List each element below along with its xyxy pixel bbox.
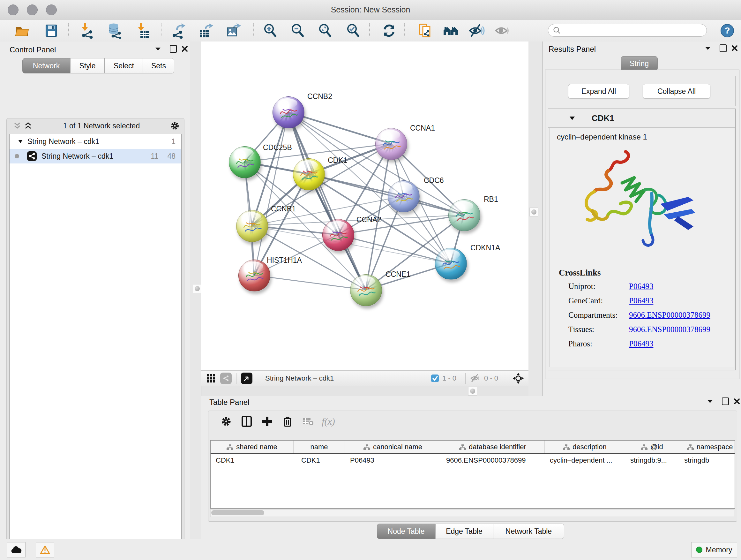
hidden-eye-icon bbox=[470, 374, 481, 383]
gear-icon bbox=[170, 121, 180, 131]
graph-node-CDKN1A[interactable] bbox=[435, 248, 467, 280]
zoom-out-button[interactable] bbox=[289, 22, 307, 40]
table-horizontal-scrollbar[interactable] bbox=[210, 509, 734, 517]
crosslink-compartments-link[interactable]: 9606.ENSP00000378699 bbox=[629, 311, 711, 320]
search-input[interactable] bbox=[563, 26, 699, 35]
selected-count: 1 - 0 bbox=[442, 374, 456, 382]
collapse-all-button[interactable]: Collapse All bbox=[643, 84, 711, 99]
table-tab-network-table[interactable]: Network Table bbox=[493, 523, 564, 539]
control-panel-menu-button[interactable] bbox=[152, 44, 163, 54]
expand-all-networks-button[interactable] bbox=[23, 120, 33, 131]
show-all-button[interactable] bbox=[494, 22, 511, 40]
export-network-button[interactable] bbox=[170, 22, 187, 40]
create-column-button[interactable] bbox=[257, 413, 277, 430]
network-view-type-button[interactable] bbox=[220, 373, 232, 384]
data-type-icon bbox=[563, 444, 569, 450]
section-collapse-icon[interactable] bbox=[569, 116, 575, 120]
tab-select[interactable]: Select bbox=[105, 58, 143, 73]
cloud-status-button[interactable] bbox=[7, 542, 25, 557]
graph-edge-CCNB2-HIST1H1A[interactable] bbox=[254, 112, 288, 275]
table-panel-float-button[interactable] bbox=[720, 396, 731, 407]
column-header-shared-name[interactable]: shared name bbox=[211, 441, 293, 453]
graph-node-CDC25B[interactable] bbox=[229, 146, 261, 178]
protein-description: cyclin–dependent kinase 1 bbox=[550, 128, 734, 141]
grid-view-button[interactable] bbox=[205, 373, 216, 384]
table-tab-edge-table[interactable]: Edge Table bbox=[435, 523, 493, 539]
refresh-button[interactable] bbox=[381, 22, 398, 40]
delete-table-button[interactable] bbox=[298, 413, 318, 430]
table-options-button[interactable] bbox=[216, 413, 237, 430]
graph-node-RB1[interactable] bbox=[448, 199, 480, 231]
network-view-toolbar: String Network – cdk1 1 - 0 0 - 0 bbox=[201, 370, 529, 386]
crosslink-tissues-link[interactable]: 9606.ENSP00000378699 bbox=[629, 325, 711, 334]
network-canvas[interactable]: CCNB2 CCNA1 CDC25B CDK1 CDC6 RB1 CCNB1 C… bbox=[201, 42, 529, 370]
graph-node-CCNA1[interactable] bbox=[375, 128, 407, 160]
table-cell: CDK1 bbox=[293, 454, 345, 467]
results-panel-close-button[interactable] bbox=[729, 43, 740, 54]
birdseye-view-button[interactable] bbox=[442, 22, 460, 40]
save-session-button[interactable] bbox=[43, 22, 60, 40]
network-row[interactable]: String Network – cdk1 11 48 bbox=[10, 149, 181, 164]
column-header-@id[interactable]: @id bbox=[625, 441, 679, 453]
graph-node-CCNB2[interactable] bbox=[273, 97, 305, 128]
tab-style[interactable]: Style bbox=[70, 58, 105, 73]
zoom-selected-button[interactable] bbox=[345, 22, 362, 40]
birdseye-toggle-icon[interactable] bbox=[513, 373, 524, 384]
export-table-button[interactable] bbox=[197, 22, 214, 40]
results-panel-menu-button[interactable] bbox=[702, 43, 713, 54]
warning-status-button[interactable] bbox=[36, 542, 54, 557]
control-panel-close-button[interactable] bbox=[179, 44, 190, 54]
detach-view-button[interactable] bbox=[241, 373, 253, 384]
column-header-name[interactable]: name bbox=[293, 441, 345, 453]
results-tab-string[interactable]: String bbox=[621, 56, 658, 71]
table-panel-close-button[interactable] bbox=[731, 396, 741, 407]
graph-node-CDC6[interactable] bbox=[388, 180, 420, 212]
zoom-fit-button[interactable] bbox=[317, 22, 334, 40]
toolbar-separator bbox=[465, 373, 466, 384]
graph-node-CCNA2[interactable] bbox=[322, 219, 354, 251]
column-header-namespace[interactable]: namespace bbox=[679, 441, 735, 453]
show-columns-button[interactable] bbox=[237, 413, 257, 430]
crosslink-pharos-link[interactable]: P06493 bbox=[629, 339, 653, 348]
function-builder-button[interactable]: f(x) bbox=[318, 413, 339, 430]
selected-checkbox-icon[interactable] bbox=[431, 374, 439, 382]
table-panel-menu-button[interactable] bbox=[704, 396, 716, 407]
tab-sets[interactable]: Sets bbox=[143, 58, 174, 73]
network-options-button[interactable] bbox=[170, 120, 180, 131]
graph-node-CCNB1[interactable] bbox=[236, 210, 268, 242]
graph-node-CDK1[interactable] bbox=[293, 159, 325, 190]
tab-network[interactable]: Network bbox=[22, 58, 70, 73]
delete-column-button[interactable] bbox=[277, 413, 298, 430]
scrollbar-thumb[interactable] bbox=[211, 510, 264, 515]
zoom-out-icon bbox=[290, 23, 306, 39]
results-panel-float-button[interactable] bbox=[718, 43, 729, 54]
right-splitter-handle[interactable] bbox=[529, 207, 538, 216]
import-table-file-button[interactable] bbox=[135, 22, 152, 40]
import-network-database-button[interactable] bbox=[106, 22, 123, 40]
zoom-in-button[interactable] bbox=[262, 22, 279, 40]
column-header-database-identifier[interactable]: database identifier bbox=[441, 441, 545, 453]
right-splitter[interactable] bbox=[529, 42, 542, 396]
export-image-button[interactable] bbox=[225, 22, 242, 40]
clone-network-button[interactable] bbox=[417, 22, 434, 40]
bottom-splitter-handle[interactable] bbox=[468, 387, 477, 395]
network-collection-row[interactable]: String Network – cdk1 1 bbox=[10, 134, 181, 149]
open-session-button[interactable] bbox=[13, 22, 30, 40]
column-header-description[interactable]: description bbox=[545, 441, 625, 453]
left-splitter-handle[interactable] bbox=[193, 284, 202, 293]
control-panel-float-button[interactable] bbox=[168, 44, 179, 54]
crosslink-uniprot-link[interactable]: P06493 bbox=[629, 282, 653, 291]
expand-all-button[interactable]: Expand All bbox=[568, 84, 629, 99]
crosslink-genecard-link[interactable]: P06493 bbox=[629, 296, 653, 305]
table-row[interactable]: CDK1CDK1P064939606.ENSP00000378699cyclin… bbox=[211, 454, 735, 467]
graph-node-CCNE1[interactable] bbox=[350, 274, 382, 306]
memory-button[interactable]: Memory bbox=[691, 542, 737, 557]
graph-node-HIST1H1A[interactable] bbox=[239, 260, 270, 292]
column-header-canonical-name[interactable]: canonical name bbox=[345, 441, 441, 453]
collapse-all-networks-button[interactable] bbox=[12, 120, 23, 131]
hide-selected-button[interactable] bbox=[468, 22, 485, 40]
help-button[interactable]: ? bbox=[720, 23, 735, 38]
table-tab-node-table[interactable]: Node Table bbox=[377, 523, 435, 539]
import-network-file-button[interactable] bbox=[78, 22, 96, 40]
graph-edge-HIST1H1A-CCNE1[interactable] bbox=[254, 275, 366, 290]
